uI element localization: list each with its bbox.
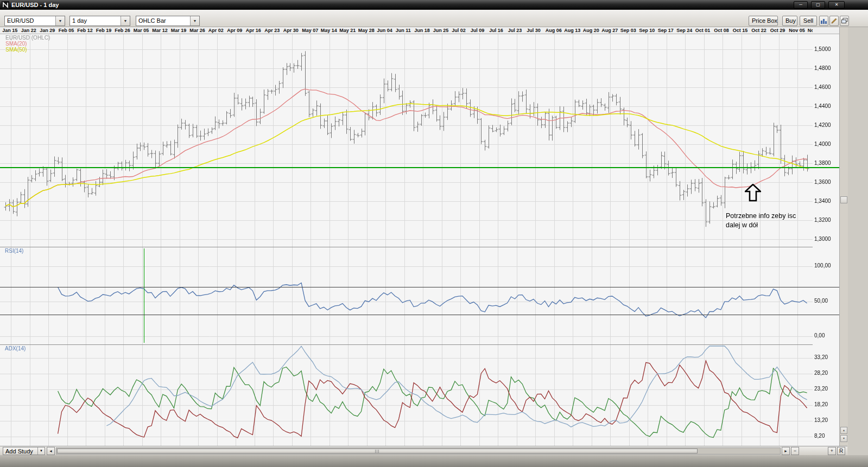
date-label: Mar 26 (189, 28, 205, 33)
date-label: Jul 09 (471, 28, 485, 33)
chart-type-select-value: OHLC Bar (136, 16, 190, 25)
scroll-left-button[interactable]: ◄ (47, 447, 55, 455)
vertical-line-annotation[interactable] (144, 248, 144, 343)
window-controls: ─ ▢ ✕ (794, 1, 845, 9)
horizontal-line-annotation[interactable] (0, 167, 839, 168)
scrollbar-grip (375, 450, 379, 453)
date-label: Mar 19 (171, 28, 187, 33)
reset-zoom-button[interactable]: R (837, 447, 845, 455)
scroll-right-button[interactable]: ► (782, 447, 790, 455)
up-arrow-icon (745, 184, 761, 202)
date-label: Oct 22 (751, 28, 766, 33)
zoom-out-button[interactable]: − (791, 447, 799, 455)
adx-panel-label: ADX(14) (5, 346, 26, 351)
adx-panel: ADX(14) (0, 344, 839, 446)
right-filler (848, 27, 868, 455)
scroll-down-button[interactable]: ▾ (840, 435, 847, 442)
minimize-button[interactable]: ─ (794, 1, 808, 9)
date-label: May 21 (339, 28, 356, 33)
chart-style-button[interactable] (819, 16, 828, 26)
date-label: Jun 04 (377, 28, 392, 33)
sell-button[interactable]: Sell (800, 16, 817, 26)
cascade-windows-icon (841, 18, 848, 24)
date-label: Nov 05 (789, 28, 805, 33)
chevron-down-icon[interactable]: ▼ (121, 16, 130, 25)
maximize-button[interactable]: ▢ (811, 1, 825, 9)
draw-tool-button[interactable] (829, 16, 839, 26)
date-label: Feb 26 (115, 28, 130, 33)
date-label: May 14 (321, 28, 337, 33)
new-chart-window-button[interactable] (840, 16, 849, 26)
interval-select-value: 1 day (70, 16, 121, 25)
date-label: Sep 17 (658, 28, 674, 33)
date-label: Feb 19 (96, 28, 112, 33)
symbol-select[interactable]: EUR/USD ▼ (4, 16, 65, 26)
annotation-text[interactable]: Potrzebne info zeby isc dalej w dół (726, 212, 796, 230)
date-label: Sep 24 (676, 28, 692, 33)
chevron-down-icon[interactable]: ▼ (190, 16, 199, 25)
scroll-up-button[interactable]: ▴ (840, 427, 847, 434)
date-label: Apr 23 (264, 28, 280, 33)
chevron-down-icon[interactable]: ▼ (37, 447, 45, 455)
rsi-level-line (0, 315, 839, 315)
date-label: Apr 02 (208, 28, 224, 33)
buy-button[interactable]: Buy (782, 16, 797, 26)
price-panel: EUR/USD (OHLC) SMA(20) SMA(50) (0, 34, 839, 247)
chevron-down-icon[interactable]: ▼ (55, 16, 65, 25)
date-label: Jun 11 (396, 28, 411, 33)
rsi-panel: RSI(14) (0, 247, 839, 344)
price-box-button[interactable]: Price Box (749, 16, 778, 26)
rsi-level-line (0, 287, 839, 287)
legend-sma-slow: SMA(50) (5, 47, 50, 53)
date-label: Jun 25 (433, 28, 449, 33)
date-label: Oct 15 (733, 28, 748, 33)
date-label: Oct 08 (714, 28, 729, 33)
adx-chart-canvas[interactable] (0, 345, 839, 446)
date-label: Mar 12 (152, 28, 168, 33)
date-label: Jul 02 (452, 28, 466, 33)
date-label: Sep 10 (639, 28, 655, 33)
annotation-text-line2: dalej w dół (726, 221, 796, 230)
up-arrow-annotation[interactable] (745, 184, 761, 202)
close-button[interactable]: ✕ (828, 1, 845, 9)
date-label: Oct 01 (695, 28, 711, 33)
chart-legend: EUR/USD (OHLC) SMA(20) SMA(50) (5, 35, 50, 53)
toolbar: EUR/USD ▼ 1 day ▼ OHLC Bar ▼ Price Box B… (0, 10, 868, 27)
scrollbar-thumb[interactable] (57, 449, 698, 453)
date-label: May 07 (302, 28, 318, 33)
date-label: Mar 05 (134, 28, 149, 33)
window-title: EUR/USD - 1 day (11, 2, 59, 8)
right-scroll-strip[interactable]: ▴ ▾ (839, 27, 848, 455)
add-study-button[interactable]: Add Study ▼ (3, 447, 45, 455)
titlebar[interactable]: EUR/USD - 1 day ─ ▢ ✕ (0, 0, 868, 10)
legend-symbol: EUR/USD (OHLC) (5, 35, 50, 41)
date-label: Feb 05 (59, 28, 74, 33)
date-label: Apr 16 (246, 28, 261, 33)
annotation-text-line1: Potrzebne info zeby isc (726, 212, 796, 221)
pencil-icon (831, 18, 837, 24)
rsi-panel-label: RSI(14) (5, 248, 23, 254)
date-label: Jun 18 (414, 28, 430, 33)
trading-station-window: EUR/USD - 1 day ─ ▢ ✕ EUR/USD ▼ 1 day ▼ … (0, 0, 868, 467)
price-axis[interactable] (813, 34, 839, 455)
date-label: Feb 12 (77, 28, 93, 33)
date-label: Nov 12 (808, 28, 813, 33)
panel-splitter-handle[interactable] (840, 196, 847, 203)
date-axis[interactable]: Jan 15Jan 22Jan 29Feb 05Feb 12Feb 19Feb … (0, 27, 839, 34)
date-label: Jan 15 (2, 28, 17, 33)
date-label: Apr 30 (283, 28, 299, 33)
add-study-label: Add Study (3, 448, 37, 455)
zoom-in-button[interactable]: + (828, 447, 836, 455)
price-chart-canvas[interactable] (0, 34, 839, 247)
date-label: Aug 13 (564, 28, 580, 33)
chart-bars-icon (821, 18, 827, 24)
date-label: Jul 30 (527, 28, 541, 33)
window-frame-bottom (0, 455, 868, 467)
chart-type-select[interactable]: OHLC Bar ▼ (136, 16, 200, 26)
date-label: Apr 09 (227, 28, 242, 33)
chart-region: Jan 15Jan 22Jan 29Feb 05Feb 12Feb 19Feb … (0, 27, 839, 455)
interval-select[interactable]: 1 day ▼ (69, 16, 130, 26)
rsi-chart-canvas[interactable] (0, 247, 839, 345)
horizontal-scrollbar[interactable] (56, 447, 781, 455)
app-icon (2, 1, 9, 9)
